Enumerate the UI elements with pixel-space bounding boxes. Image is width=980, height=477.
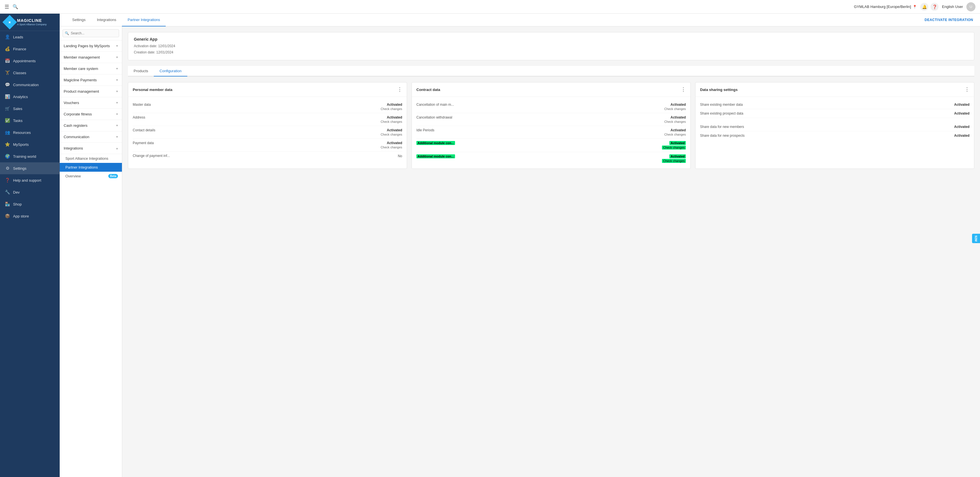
sub-menu-member-management[interactable]: Member management ▾ — [60, 52, 122, 63]
search-icon[interactable]: 🔍 — [13, 4, 18, 10]
sub-menu-member-care[interactable]: Member care system ▾ — [60, 63, 122, 75]
deactivate-integration-button[interactable]: DEACTIVATE INTEGRATION — [924, 18, 973, 22]
sidebar-item-communication[interactable]: 💬 Communication — [0, 79, 60, 91]
sub-menu-label: Member management — [64, 55, 100, 59]
sub-menu-vouchers[interactable]: Vouchers ▾ — [60, 97, 122, 108]
card-menu-icon-data-sharing[interactable]: ⋮ — [964, 86, 969, 93]
content-area: Settings Integrations Partner Integratio… — [60, 14, 980, 477]
sidebar-item-classes[interactable]: 🏋 Classes — [0, 67, 60, 79]
chevron-down-icon: ▾ — [116, 56, 118, 59]
card-body-data-sharing: Share existing member data Activated Sha… — [695, 97, 974, 143]
label-share-existing-prospect: Share existing prospect data — [700, 111, 743, 115]
sidebar-item-label: Help and support — [13, 178, 41, 183]
label-cancellation-withdrawal: Cancellation withdrawal — [417, 115, 662, 119]
sub-menu-child-partner-integrations[interactable]: Partner Integrations — [60, 163, 122, 172]
app-info: Generic App Activation date: 12/01/2024 … — [128, 32, 974, 60]
sidebar-item-mysports[interactable]: ⭐ MySports — [0, 138, 60, 150]
sidebar-item-label: App store — [13, 214, 29, 218]
sidebar-item-dev[interactable]: 🔧 Dev — [0, 186, 60, 198]
user-label: English User — [942, 5, 963, 9]
sub-menu-label: Vouchers — [64, 101, 79, 105]
activation-date: 12/01/2024 — [158, 44, 175, 48]
sub-menu-integrations[interactable]: Integrations ▴ — [60, 143, 122, 154]
value-master-data: Activated Check changes — [380, 103, 402, 111]
value-share-new-members: Activated — [954, 125, 969, 129]
tab-partner-integrations[interactable]: Partner Integrations — [122, 14, 166, 27]
chevron-down-icon: ▾ — [116, 112, 118, 116]
leads-icon: 👤 — [5, 34, 10, 40]
shop-icon: 🏪 — [5, 202, 10, 207]
sidebar-item-appointments[interactable]: 📅 Appointments — [0, 55, 60, 67]
sidebar-item-training-world[interactable]: 🌍 Training world — [0, 150, 60, 162]
sidebar-item-analytics[interactable]: 📊 Analytics — [0, 91, 60, 103]
value-share-existing-prospect: Activated — [954, 111, 969, 115]
avatar[interactable]: U — [966, 2, 975, 11]
tab-integrations[interactable]: Integrations — [91, 14, 122, 27]
sub-menu-child-label: Overview — [65, 174, 81, 178]
sub-menu-label: Member care system — [64, 67, 98, 71]
sub-menu-child-overview[interactable]: Overview Beta — [60, 172, 122, 181]
row-share-existing-prospect: Share existing prospect data Activated — [700, 109, 969, 118]
sidebar-item-label: Shop — [13, 202, 22, 207]
sidebar-item-label: Dev — [13, 190, 20, 194]
card-menu-icon-contract[interactable]: ⋮ — [681, 86, 686, 93]
sidebar-item-label: Settings — [13, 166, 26, 170]
sub-search-input[interactable] — [62, 29, 119, 37]
settings-icon: ⚙ — [5, 166, 10, 171]
sub-menu-cash-registers[interactable]: Cash registers ▾ — [60, 120, 122, 131]
sidebar-logo: ✦ MAGICLINE A Sport Alliance Company — [0, 14, 60, 31]
label-additional-module-2: Additional module con... — [417, 154, 660, 158]
value-idle-periods: Activated Check changes — [664, 128, 686, 136]
sub-menu-landing-pages[interactable]: Landing Pages by MySports ▾ — [60, 40, 122, 52]
sidebar-item-shop[interactable]: 🏪 Shop — [0, 198, 60, 210]
label-change-payment: Change of payment inf... — [133, 154, 396, 158]
card-header-personal: Personal member data ⋮ — [128, 83, 407, 97]
sidebar-item-leads[interactable]: 👤 Leads — [0, 31, 60, 43]
sub-menu-magicline-payments[interactable]: Magicline Payments ▾ — [60, 75, 122, 86]
sidebar-item-help[interactable]: ❓ Help and support — [0, 174, 60, 186]
tasks-icon: ✅ — [5, 118, 10, 123]
sub-sidebar: 🔍 Landing Pages by MySports ▾ Member man… — [60, 27, 122, 477]
sub-tab-configuration[interactable]: Configuration — [154, 66, 187, 76]
chevron-down-icon: ▾ — [116, 89, 118, 93]
row-contact-details: Contact details Activated Check changes — [133, 126, 402, 139]
label-address: Address — [133, 115, 378, 119]
creation-date: 12/01/2024 — [156, 50, 173, 54]
float-badge[interactable]: 92M — [972, 234, 980, 243]
hamburger-icon[interactable]: ☰ — [5, 4, 9, 10]
row-change-payment: Change of payment inf... No — [133, 151, 402, 160]
sidebar-item-app-store[interactable]: 📦 App store — [0, 210, 60, 222]
row-idle-periods: Idle Periods Activated Check changes — [417, 126, 686, 139]
header-right: GYMLAB Hamburg [Europe/Berlin] 📍 🔔 ❓ Eng… — [854, 2, 975, 11]
chevron-down-icon: ▾ — [116, 67, 118, 70]
sub-menu-label: Magicline Payments — [64, 78, 97, 82]
sub-menu-product-management[interactable]: Product management ▾ — [60, 86, 122, 97]
sidebar-item-sales[interactable]: 🛒 Sales — [0, 103, 60, 114]
sidebar-item-label: Resources — [13, 130, 31, 135]
help-icon[interactable]: ❓ — [931, 3, 939, 11]
sidebar-item-finance[interactable]: 💰 Finance — [0, 43, 60, 55]
chevron-down-icon: ▾ — [116, 78, 118, 82]
app-info-title: Generic App — [134, 37, 968, 41]
sidebar-item-resources[interactable]: 👥 Resources — [0, 127, 60, 138]
sidebar-item-settings[interactable]: ⚙ Settings — [0, 162, 60, 174]
card-contract-data: Contract data ⋮ Cancellation of main m..… — [412, 82, 690, 169]
sub-menu-communication[interactable]: Communication ▾ — [60, 131, 122, 143]
chevron-down-icon: ▾ — [116, 135, 118, 139]
card-menu-icon-personal[interactable]: ⋮ — [397, 86, 402, 93]
sub-menu-corporate-fitness[interactable]: Corporate fitness ▾ — [60, 108, 122, 120]
logo-text: MAGICLINE A Sport Alliance Company — [17, 18, 47, 26]
tab-settings[interactable]: Settings — [67, 14, 91, 27]
sidebar-item-label: Communication — [13, 83, 39, 87]
notification-icon[interactable]: 🔔 — [920, 3, 928, 11]
sub-menu-child-sport-alliance[interactable]: Sport Alliance Integrations — [60, 154, 122, 163]
beta-badge: Beta — [108, 174, 118, 178]
sidebar-item-tasks[interactable]: ✅ Tasks — [0, 114, 60, 127]
sub-tab-products[interactable]: Products — [128, 66, 154, 76]
row-cancellation-withdrawal: Cancellation withdrawal Activated Check … — [417, 113, 686, 126]
creation-date-label: Creation date: — [134, 50, 155, 54]
chevron-down-icon: ▾ — [116, 101, 118, 105]
value-share-existing-member: Activated — [954, 103, 969, 107]
sub-menu-child-label: Partner Integrations — [65, 165, 98, 169]
chevron-up-icon: ▴ — [116, 146, 118, 150]
